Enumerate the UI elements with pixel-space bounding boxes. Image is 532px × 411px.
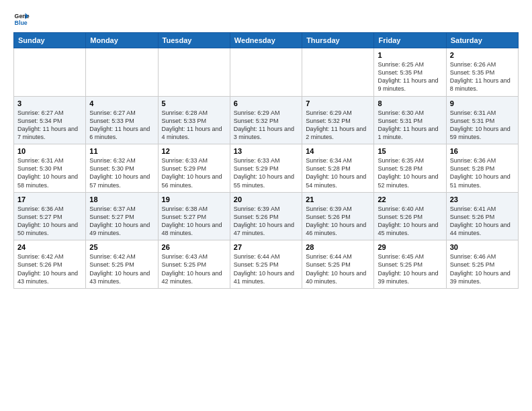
calendar-cell: 18Sunrise: 6:37 AM Sunset: 5:27 PM Dayli… bbox=[86, 192, 158, 240]
day-header-wednesday: Wednesday bbox=[230, 33, 302, 48]
day-number: 22 bbox=[378, 195, 442, 203]
day-number: 9 bbox=[450, 99, 515, 107]
day-info: Sunrise: 6:37 AM Sunset: 5:27 PM Dayligh… bbox=[89, 205, 154, 238]
day-number: 25 bbox=[89, 243, 154, 251]
calendar-cell: 6Sunrise: 6:29 AM Sunset: 5:32 PM Daylig… bbox=[230, 96, 302, 144]
calendar-cell: 17Sunrise: 6:36 AM Sunset: 5:27 PM Dayli… bbox=[14, 192, 86, 240]
calendar-cell: 25Sunrise: 6:42 AM Sunset: 5:25 PM Dayli… bbox=[86, 240, 158, 289]
day-header-tuesday: Tuesday bbox=[158, 33, 230, 48]
day-number: 15 bbox=[378, 147, 442, 155]
day-info: Sunrise: 6:41 AM Sunset: 5:26 PM Dayligh… bbox=[450, 205, 515, 238]
day-number: 24 bbox=[17, 243, 82, 251]
day-number: 23 bbox=[450, 195, 515, 203]
calendar-week-4: 17Sunrise: 6:36 AM Sunset: 5:27 PM Dayli… bbox=[14, 192, 519, 240]
calendar-cell: 12Sunrise: 6:33 AM Sunset: 5:29 PM Dayli… bbox=[158, 144, 230, 193]
day-info: Sunrise: 6:25 AM Sunset: 5:35 PM Dayligh… bbox=[378, 60, 442, 93]
day-header-saturday: Saturday bbox=[446, 33, 518, 48]
calendar-cell bbox=[86, 48, 158, 97]
day-number: 5 bbox=[162, 99, 226, 107]
calendar-cell: 9Sunrise: 6:31 AM Sunset: 5:31 PM Daylig… bbox=[446, 96, 518, 144]
day-info: Sunrise: 6:42 AM Sunset: 5:25 PM Dayligh… bbox=[89, 253, 154, 285]
day-number: 19 bbox=[162, 195, 226, 203]
calendar-header-row: SundayMondayTuesdayWednesdayThursdayFrid… bbox=[14, 33, 519, 48]
calendar-cell: 20Sunrise: 6:39 AM Sunset: 5:26 PM Dayli… bbox=[230, 192, 302, 240]
calendar-cell: 22Sunrise: 6:40 AM Sunset: 5:26 PM Dayli… bbox=[374, 192, 446, 240]
day-info: Sunrise: 6:39 AM Sunset: 5:26 PM Dayligh… bbox=[306, 205, 370, 238]
calendar-cell: 21Sunrise: 6:39 AM Sunset: 5:26 PM Dayli… bbox=[302, 192, 374, 240]
calendar-cell: 7Sunrise: 6:29 AM Sunset: 5:32 PM Daylig… bbox=[302, 96, 374, 144]
logo-icon: General Blue bbox=[13, 11, 30, 27]
day-number: 3 bbox=[17, 99, 82, 107]
day-info: Sunrise: 6:33 AM Sunset: 5:29 PM Dayligh… bbox=[234, 156, 298, 189]
day-info: Sunrise: 6:27 AM Sunset: 5:34 PM Dayligh… bbox=[17, 109, 82, 142]
calendar-cell: 1Sunrise: 6:25 AM Sunset: 5:35 PM Daylig… bbox=[374, 48, 446, 97]
day-info: Sunrise: 6:33 AM Sunset: 5:29 PM Dayligh… bbox=[162, 156, 226, 189]
day-number: 14 bbox=[306, 147, 370, 155]
calendar-cell: 24Sunrise: 6:42 AM Sunset: 5:26 PM Dayli… bbox=[14, 240, 86, 289]
calendar-cell: 11Sunrise: 6:32 AM Sunset: 5:30 PM Dayli… bbox=[86, 144, 158, 193]
calendar-cell: 29Sunrise: 6:45 AM Sunset: 5:25 PM Dayli… bbox=[374, 240, 446, 289]
calendar-cell: 28Sunrise: 6:44 AM Sunset: 5:25 PM Dayli… bbox=[302, 240, 374, 289]
day-info: Sunrise: 6:43 AM Sunset: 5:25 PM Dayligh… bbox=[162, 253, 226, 285]
day-number: 26 bbox=[162, 243, 226, 251]
day-info: Sunrise: 6:40 AM Sunset: 5:26 PM Dayligh… bbox=[378, 205, 442, 238]
day-info: Sunrise: 6:31 AM Sunset: 5:30 PM Dayligh… bbox=[17, 156, 82, 189]
calendar-week-5: 24Sunrise: 6:42 AM Sunset: 5:26 PM Dayli… bbox=[14, 240, 519, 289]
day-number: 18 bbox=[89, 195, 154, 203]
day-number: 2 bbox=[450, 51, 515, 59]
day-info: Sunrise: 6:44 AM Sunset: 5:25 PM Dayligh… bbox=[306, 253, 370, 285]
day-info: Sunrise: 6:38 AM Sunset: 5:27 PM Dayligh… bbox=[162, 205, 226, 238]
calendar-cell: 13Sunrise: 6:33 AM Sunset: 5:29 PM Dayli… bbox=[230, 144, 302, 193]
calendar-week-2: 3Sunrise: 6:27 AM Sunset: 5:34 PM Daylig… bbox=[14, 96, 519, 144]
day-header-monday: Monday bbox=[86, 33, 158, 48]
day-info: Sunrise: 6:28 AM Sunset: 5:33 PM Dayligh… bbox=[162, 109, 226, 142]
day-number: 30 bbox=[450, 243, 515, 251]
day-number: 13 bbox=[234, 147, 298, 155]
day-header-thursday: Thursday bbox=[302, 33, 374, 48]
day-number: 7 bbox=[306, 99, 370, 107]
calendar-cell bbox=[230, 48, 302, 97]
svg-text:Blue: Blue bbox=[15, 19, 28, 26]
logo: General Blue bbox=[13, 11, 32, 27]
day-number: 21 bbox=[306, 195, 370, 203]
day-info: Sunrise: 6:34 AM Sunset: 5:28 PM Dayligh… bbox=[306, 156, 370, 189]
calendar-cell: 5Sunrise: 6:28 AM Sunset: 5:33 PM Daylig… bbox=[158, 96, 230, 144]
day-info: Sunrise: 6:36 AM Sunset: 5:28 PM Dayligh… bbox=[450, 156, 515, 189]
calendar-cell: 19Sunrise: 6:38 AM Sunset: 5:27 PM Dayli… bbox=[158, 192, 230, 240]
day-info: Sunrise: 6:29 AM Sunset: 5:32 PM Dayligh… bbox=[234, 109, 298, 142]
day-info: Sunrise: 6:45 AM Sunset: 5:25 PM Dayligh… bbox=[378, 253, 442, 285]
day-number: 16 bbox=[450, 147, 515, 155]
day-number: 4 bbox=[89, 99, 154, 107]
day-number: 20 bbox=[234, 195, 298, 203]
day-info: Sunrise: 6:36 AM Sunset: 5:27 PM Dayligh… bbox=[17, 205, 82, 238]
calendar-week-3: 10Sunrise: 6:31 AM Sunset: 5:30 PM Dayli… bbox=[14, 144, 519, 193]
calendar-cell: 23Sunrise: 6:41 AM Sunset: 5:26 PM Dayli… bbox=[446, 192, 518, 240]
day-info: Sunrise: 6:32 AM Sunset: 5:30 PM Dayligh… bbox=[89, 156, 154, 189]
calendar-cell: 4Sunrise: 6:27 AM Sunset: 5:33 PM Daylig… bbox=[86, 96, 158, 144]
day-header-friday: Friday bbox=[374, 33, 446, 48]
day-number: 6 bbox=[234, 99, 298, 107]
calendar-cell: 14Sunrise: 6:34 AM Sunset: 5:28 PM Dayli… bbox=[302, 144, 374, 193]
calendar-cell bbox=[14, 48, 86, 97]
day-info: Sunrise: 6:44 AM Sunset: 5:25 PM Dayligh… bbox=[234, 253, 298, 285]
page-header: General Blue bbox=[13, 11, 519, 27]
calendar-cell: 30Sunrise: 6:46 AM Sunset: 5:25 PM Dayli… bbox=[446, 240, 518, 289]
calendar-table: SundayMondayTuesdayWednesdayThursdayFrid… bbox=[13, 32, 519, 289]
day-number: 8 bbox=[378, 99, 442, 107]
day-info: Sunrise: 6:31 AM Sunset: 5:31 PM Dayligh… bbox=[450, 109, 515, 142]
calendar-cell: 26Sunrise: 6:43 AM Sunset: 5:25 PM Dayli… bbox=[158, 240, 230, 289]
calendar-cell: 8Sunrise: 6:30 AM Sunset: 5:31 PM Daylig… bbox=[374, 96, 446, 144]
day-info: Sunrise: 6:42 AM Sunset: 5:26 PM Dayligh… bbox=[17, 253, 82, 285]
day-header-sunday: Sunday bbox=[14, 33, 86, 48]
day-number: 17 bbox=[17, 195, 82, 203]
day-info: Sunrise: 6:29 AM Sunset: 5:32 PM Dayligh… bbox=[306, 109, 370, 142]
day-info: Sunrise: 6:27 AM Sunset: 5:33 PM Dayligh… bbox=[89, 109, 154, 142]
day-info: Sunrise: 6:30 AM Sunset: 5:31 PM Dayligh… bbox=[378, 109, 442, 142]
calendar-week-1: 1Sunrise: 6:25 AM Sunset: 5:35 PM Daylig… bbox=[14, 48, 519, 97]
calendar-cell bbox=[158, 48, 230, 97]
day-number: 1 bbox=[378, 51, 442, 59]
day-info: Sunrise: 6:35 AM Sunset: 5:28 PM Dayligh… bbox=[378, 156, 442, 189]
day-info: Sunrise: 6:26 AM Sunset: 5:35 PM Dayligh… bbox=[450, 60, 515, 93]
day-number: 27 bbox=[234, 243, 298, 251]
calendar-cell bbox=[302, 48, 374, 97]
